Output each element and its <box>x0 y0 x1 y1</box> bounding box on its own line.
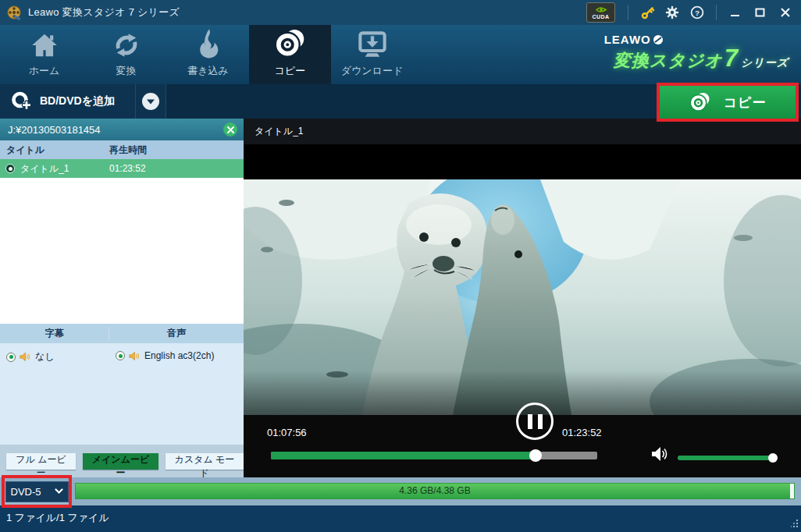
brand-series: シリーズ <box>741 56 789 70</box>
title-name: タイトル_1 <box>20 162 69 176</box>
close-icon <box>227 126 234 133</box>
close-icon <box>780 7 791 18</box>
audio-header: 音声 <box>109 327 244 340</box>
output-bar: 4.36 GB/4.38 GB <box>0 477 801 505</box>
settings-button[interactable] <box>661 2 683 23</box>
close-button[interactable] <box>774 2 796 23</box>
main-movie-button[interactable]: メインムービー <box>83 453 158 470</box>
title-list-empty-space <box>0 178 244 324</box>
audio-option[interactable]: English ac3(2ch) <box>116 350 244 361</box>
pause-icon <box>528 414 532 429</box>
subtitle-column: なし <box>0 343 109 445</box>
brand-logo: LEAWO 変換スタジオ7シリーズ <box>603 25 801 84</box>
tab-label: ホーム <box>29 64 60 78</box>
subtitle-header: 字幕 <box>0 327 109 340</box>
video-preview-frame <box>244 179 801 415</box>
maximize-icon <box>755 7 766 18</box>
tab-label: 変換 <box>116 64 137 78</box>
nvidia-eye-icon <box>591 5 611 14</box>
copy-button-label: コピー <box>724 94 767 112</box>
titlebar: Leawo 変換スタジオ 7 シリーズ CUDA <box>0 0 801 25</box>
annotation-box-dvd5: DVD-5 <box>2 475 72 508</box>
nav-tabs: ホーム 変換 <box>0 25 413 84</box>
disc-size-progress: 4.36 GB/4.38 GB <box>75 483 795 499</box>
preview-panel: タイトル_1 <box>244 119 801 477</box>
volume-bar[interactable] <box>678 456 774 460</box>
subtitle-audio-header: 字幕 音声 <box>0 324 244 343</box>
chevron-down-icon <box>142 93 159 110</box>
resize-grip-icon[interactable] <box>791 518 799 530</box>
audio-column: English ac3(2ch) <box>109 343 244 445</box>
maximize-button[interactable] <box>749 2 771 23</box>
app-logo-icon <box>6 5 22 20</box>
window-title: Leawo 変換スタジオ 7 シリーズ <box>28 5 180 20</box>
brand-version: 7 <box>724 44 738 73</box>
speaker-icon <box>129 351 141 361</box>
pause-button[interactable] <box>516 403 554 440</box>
brand-product-line: 変換スタジオ7シリーズ <box>614 44 789 73</box>
subtitle-audio-rows: なし English ac3(2ch) <box>0 343 244 445</box>
titlebar-separator <box>716 5 717 20</box>
subtitle-option-label: なし <box>35 350 55 364</box>
brand-product: 変換スタジオ <box>614 49 723 73</box>
file-count-label: 1 ファイル/1 ファイル <box>6 512 109 523</box>
custom-mode-button[interactable]: カスタム モード <box>166 453 244 470</box>
volume-thumb[interactable] <box>768 453 778 463</box>
audio-radio[interactable] <box>116 351 125 360</box>
cuda-label: CUDA <box>592 14 609 20</box>
seek-bar[interactable] <box>271 452 597 459</box>
tab-label: ダウンロード <box>341 64 404 78</box>
add-disc-icon <box>11 91 32 112</box>
minimize-icon <box>730 7 741 18</box>
playback-controls: 01:07:56 01:23:52 <box>244 415 801 477</box>
add-source-group: BD/DVDを追加 <box>0 84 166 119</box>
flame-icon <box>195 27 222 59</box>
seek-thumb[interactable] <box>529 449 542 462</box>
main-navbar: ホーム 変換 <box>0 25 801 84</box>
subtitle-option[interactable]: なし <box>6 350 109 364</box>
preview-body: 01:07:56 01:23:52 <box>244 144 801 477</box>
full-movie-button[interactable]: フル ムービー <box>6 453 76 470</box>
add-bd-dvd-button[interactable]: BD/DVDを追加 <box>0 84 135 119</box>
home-icon <box>30 27 59 59</box>
audio-option-label: English ac3(2ch) <box>144 350 214 361</box>
subtitle-radio[interactable] <box>6 353 16 362</box>
download-icon <box>358 27 387 59</box>
copy-start-button[interactable]: コピー <box>660 86 796 119</box>
source-path: J:¥20130503181454 <box>8 124 101 136</box>
help-button[interactable]: ? <box>686 2 708 23</box>
speaker-icon <box>20 352 31 362</box>
titlebar-separator <box>628 5 628 20</box>
svg-text:?: ? <box>695 9 700 17</box>
chevron-down-icon <box>55 488 63 495</box>
source-panel: J:¥20130503181454 タイトル 再生時間 タイトル_1 01:23… <box>0 119 244 477</box>
convert-icon <box>112 27 141 59</box>
disc-format-select[interactable]: DVD-5 <box>5 481 69 502</box>
add-source-dropdown-button[interactable] <box>136 84 166 119</box>
tab-label: コピー <box>275 64 306 78</box>
disc-copy-icon <box>274 27 307 59</box>
cuda-badge: CUDA <box>586 2 615 23</box>
column-duration: 再生時間 <box>109 144 244 157</box>
key-icon <box>640 5 655 20</box>
tab-burn[interactable]: 書き込み <box>167 25 249 84</box>
title-row[interactable]: タイトル_1 01:23:52 <box>0 159 244 178</box>
tab-copy[interactable]: コピー <box>249 25 331 84</box>
current-time: 01:07:56 <box>267 427 307 438</box>
title-cell: タイトル_1 <box>0 162 109 176</box>
toolbar-separator <box>166 84 166 119</box>
title-table-header: タイトル 再生時間 <box>0 140 244 159</box>
title-radio[interactable] <box>5 164 15 173</box>
register-button[interactable] <box>636 2 658 23</box>
minimize-button[interactable] <box>724 2 746 23</box>
preview-title: タイトル_1 <box>244 119 801 144</box>
copy-mode-strip: フル ムービー メインムービー カスタム モード <box>0 445 244 477</box>
disc-format-value: DVD-5 <box>11 486 55 498</box>
remove-source-button[interactable] <box>223 122 237 137</box>
tab-download[interactable]: ダウンロード <box>331 25 413 84</box>
tab-convert[interactable]: 変換 <box>85 25 167 84</box>
main-area: J:¥20130503181454 タイトル 再生時間 タイトル_1 01:23… <box>0 119 801 477</box>
volume-icon[interactable] <box>651 446 670 465</box>
tab-home[interactable]: ホーム <box>3 25 85 84</box>
app-window: Leawo 変換スタジオ 7 シリーズ CUDA <box>0 0 801 532</box>
